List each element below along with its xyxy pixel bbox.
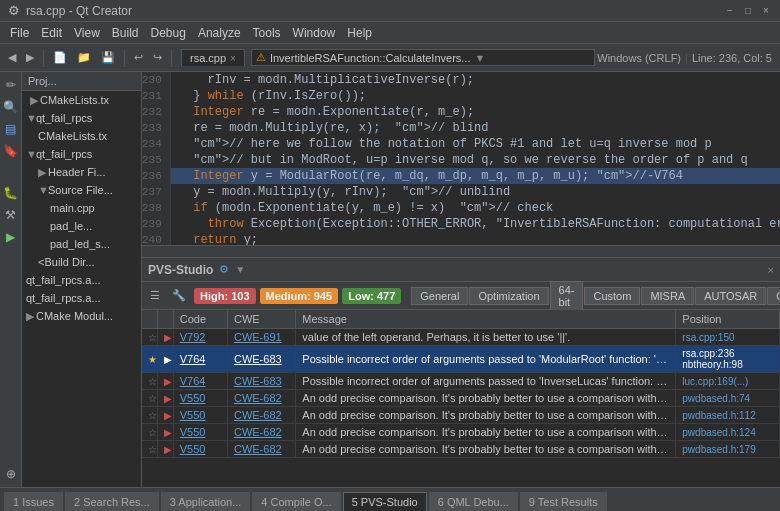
tree-item-header-files[interactable]: ▶Header Fi... [22, 163, 141, 181]
row-star[interactable]: ☆ [142, 373, 158, 390]
pvs-filter-button[interactable]: ☰ [146, 287, 164, 304]
th-message[interactable]: Message [296, 310, 676, 329]
tree-item-qt-fail-rpcs-a2[interactable]: qt_fail_rpcs.a... [22, 289, 141, 307]
menu-view[interactable]: View [68, 24, 106, 42]
row-cwe[interactable]: CWE-683 [227, 373, 295, 390]
tree-item-qt-fail-rpcs[interactable]: ▼qt_fail_rpcs [22, 109, 141, 127]
code-area[interactable]: 230 rInv = modn.MultiplicativeInverse(r)… [142, 72, 780, 245]
star-icon[interactable]: ☆ [148, 409, 158, 421]
pvs-filter-tab-general[interactable]: General [411, 287, 468, 305]
row-code[interactable]: V764 [173, 346, 227, 373]
menu-debug[interactable]: Debug [145, 24, 192, 42]
row-position[interactable]: rsa.cpp:236 nbtheory.h:98 [676, 346, 780, 373]
file-tab-close[interactable]: × [230, 53, 236, 64]
star-icon[interactable]: ☆ [148, 392, 158, 404]
row-cwe[interactable]: CWE-682 [227, 441, 295, 458]
row-star[interactable]: ★ [142, 346, 158, 373]
menu-analyze[interactable]: Analyze [192, 24, 247, 42]
test-icon[interactable]: ⊕ [2, 465, 20, 483]
horizontal-scrollbar[interactable] [142, 245, 780, 257]
row-position[interactable]: rsa.cpp:150 [676, 329, 780, 346]
bottom-tab-3-application...[interactable]: 3 Application... [161, 492, 251, 511]
row-position[interactable]: luc.cpp:169(...) [676, 373, 780, 390]
menu-file[interactable]: File [4, 24, 35, 42]
pvs-table-row[interactable]: ☆▶V550CWE-682An odd precise comparison. … [142, 441, 780, 458]
row-cwe[interactable]: CWE-691 [227, 329, 295, 346]
bookmark-icon[interactable]: 🔖 [2, 142, 20, 160]
undo-button[interactable]: ↩ [130, 49, 147, 66]
search-icon[interactable]: 🔍 [2, 98, 20, 116]
pvs-filter-tab-custom[interactable]: Custom [584, 287, 640, 305]
pvs-table-row[interactable]: ☆▶V764CWE-683Possible incorrect order of… [142, 373, 780, 390]
tree-item-source-files[interactable]: ▼Source File... [22, 181, 141, 199]
tree-item-qt-fail-rpcs2[interactable]: ▼qt_fail_rpcs [22, 145, 141, 163]
pvs-table-row[interactable]: ☆▶V550CWE-682An odd precise comparison. … [142, 390, 780, 407]
menu-window[interactable]: Window [287, 24, 342, 42]
star-icon[interactable]: ★ [148, 353, 158, 365]
pvs-filter-tab-owasp[interactable]: OWASP [767, 287, 780, 305]
bottom-tab-6-qml-debu...[interactable]: 6 QML Debu... [429, 492, 518, 511]
pvs-table-row[interactable]: ☆▶V550CWE-682An odd precise comparison. … [142, 407, 780, 424]
row-cwe[interactable]: CWE-682 [227, 390, 295, 407]
pvs-close-button[interactable]: × [768, 264, 774, 276]
menu-help[interactable]: Help [341, 24, 378, 42]
tree-item-cmakelists[interactable]: ▶CMakeLists.tx [22, 91, 141, 109]
row-star[interactable]: ☆ [142, 441, 158, 458]
file-tab[interactable]: rsa.cpp × [181, 49, 245, 66]
run-icon[interactable]: ▶ [2, 228, 20, 246]
pvs-filter-tab-misra[interactable]: MISRA [641, 287, 694, 305]
location-bar[interactable]: ⚠ InvertibleRSAFunction::CalculateInvers… [251, 49, 595, 66]
open-button[interactable]: 📁 [73, 49, 95, 66]
tree-item-qt-fail-rpcs-a1[interactable]: qt_fail_rpcs.a... [22, 271, 141, 289]
forward-button[interactable]: ▶ [22, 49, 38, 66]
bottom-tab-2-search-res...[interactable]: 2 Search Res... [65, 492, 159, 511]
pvs-settings-button[interactable]: 🔧 [168, 287, 190, 304]
row-cwe[interactable]: CWE-682 [227, 407, 295, 424]
row-cwe[interactable]: CWE-683 [227, 346, 295, 373]
row-code[interactable]: V550 [173, 424, 227, 441]
row-star[interactable]: ☆ [142, 329, 158, 346]
th-cwe[interactable]: CWE [227, 310, 295, 329]
tree-item-cmake-modul[interactable]: ▶CMake Modul... [22, 307, 141, 325]
tree-item-main-cpp[interactable]: main.cpp [22, 199, 141, 217]
minimize-button[interactable]: − [724, 5, 736, 17]
row-code[interactable]: V550 [173, 441, 227, 458]
build-icon[interactable]: ⚒ [2, 206, 20, 224]
th-position[interactable]: Position [676, 310, 780, 329]
row-position[interactable]: pwdbased.h:112 [676, 407, 780, 424]
row-star[interactable]: ☆ [142, 390, 158, 407]
tree-item-cmakelists2[interactable]: CMakeLists.tx [22, 127, 141, 145]
location-arrow[interactable]: ▼ [474, 52, 485, 64]
row-code[interactable]: V550 [173, 407, 227, 424]
redo-button[interactable]: ↪ [149, 49, 166, 66]
pvs-settings[interactable]: ▼ [235, 264, 245, 275]
th-code[interactable]: Code [173, 310, 227, 329]
row-cwe[interactable]: CWE-682 [227, 424, 295, 441]
pvs-table-row[interactable]: ★▶V764CWE-683Possible incorrect order of… [142, 346, 780, 373]
row-position[interactable]: pwdbased.h:124 [676, 424, 780, 441]
row-star[interactable]: ☆ [142, 424, 158, 441]
star-icon[interactable]: ☆ [148, 426, 158, 438]
save-button[interactable]: 💾 [97, 49, 119, 66]
tree-item-build-dir[interactable]: <Build Dir... [22, 253, 141, 271]
edit-icon[interactable]: ✏ [2, 76, 20, 94]
menu-tools[interactable]: Tools [247, 24, 287, 42]
row-code[interactable]: V764 [173, 373, 227, 390]
new-button[interactable]: 📄 [49, 49, 71, 66]
back-button[interactable]: ◀ [4, 49, 20, 66]
row-position[interactable]: pwdbased.h:179 [676, 441, 780, 458]
star-icon[interactable]: ☆ [148, 375, 158, 387]
debug-icon[interactable]: 🐛 [2, 184, 20, 202]
bottom-tab-5-pvs-studio[interactable]: 5 PVS-Studio [343, 492, 427, 511]
tree-item-pad-led-s[interactable]: pad_led_s... [22, 235, 141, 253]
bottom-tab-1-issues[interactable]: 1 Issues [4, 492, 63, 511]
maximize-button[interactable]: □ [742, 5, 754, 17]
menu-edit[interactable]: Edit [35, 24, 68, 42]
close-button[interactable]: × [760, 5, 772, 17]
pvs-table-row[interactable]: ☆▶V792CWE-691value of the left operand. … [142, 329, 780, 346]
row-code[interactable]: V792 [173, 329, 227, 346]
menu-build[interactable]: Build [106, 24, 145, 42]
row-position[interactable]: pwdbased.h:74 [676, 390, 780, 407]
star-icon[interactable]: ☆ [148, 443, 158, 455]
medium-badge[interactable]: Medium: 945 [260, 288, 339, 304]
